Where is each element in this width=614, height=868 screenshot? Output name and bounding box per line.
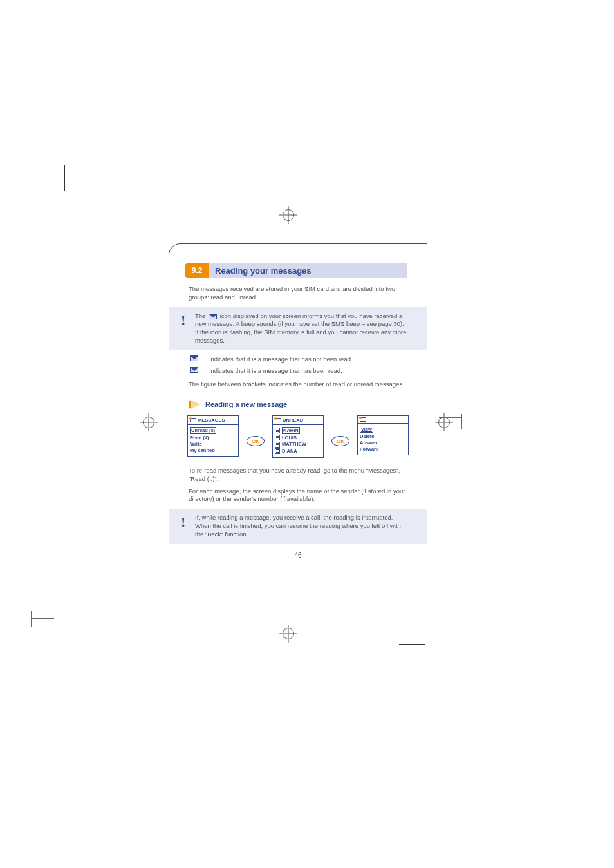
note-text-prefix: The [195, 312, 207, 319]
doc-icon [275, 442, 280, 448]
screen1-item-canned[interactable]: My canned [190, 447, 236, 453]
section-number: 9.2 [185, 263, 209, 278]
screen2-item-matthew[interactable]: MATTHEW [282, 441, 306, 447]
envelope-mini-icon [360, 417, 366, 422]
screen2-title: UNREAD [283, 417, 303, 423]
note2-text: If, while reading a message, you receive… [195, 514, 401, 538]
foot-paragraph-1: To re-read messages that you have alread… [189, 467, 407, 484]
screen-actions: View Delete Answer Forward [357, 415, 409, 455]
subhead-text: Reading a new message [205, 401, 287, 408]
page-number: 46 [169, 552, 427, 559]
triangle-icon-light [191, 400, 200, 409]
intro-text: The messages received are stored in your… [189, 285, 407, 302]
info-note: ! The icon displayed on your screen info… [169, 307, 427, 350]
screen3-item-delete[interactable]: Delete [360, 433, 406, 439]
bracket-note: The figure between brackets indicates th… [189, 381, 407, 389]
doc-icon [275, 435, 280, 440]
note-text-rest: icon displayed on your screen informs yo… [195, 312, 406, 344]
doc-icon [275, 428, 280, 433]
attention-icon: ! [181, 311, 185, 330]
screen3-item-forward[interactable]: Forward [360, 446, 406, 452]
screen-messages: MESSAGES Unread (5) Read (4) Write My ca… [187, 415, 239, 457]
attention-icon: ! [181, 513, 185, 532]
envelope-mini-icon [190, 418, 196, 422]
screen1-item-unread[interactable]: Unread (5) [190, 427, 216, 434]
icon-legend: : indicates that it is a message that ha… [189, 355, 407, 375]
legend-read: : indicates that it is a message that ha… [206, 367, 407, 375]
section-heading: 9.2 Reading your messages [185, 263, 407, 278]
ok-button[interactable]: OK [247, 436, 265, 446]
subheading: Reading a new message [189, 400, 427, 409]
screen2-item-diana[interactable]: DIANA [282, 448, 297, 454]
legend-unread: : indicates that it is a message that ha… [206, 355, 407, 363]
foot-paragraph-2: For each message, the screen displays th… [189, 487, 407, 504]
screen1-item-write[interactable]: Write [190, 440, 236, 447]
envelope-mini-icon [275, 418, 281, 422]
screen-unread: UNREAD KARIN LOUIS MATTHEW DIANA [272, 415, 324, 458]
screen-flow: MESSAGES Unread (5) Read (4) Write My ca… [187, 415, 409, 458]
section-title: Reading your messages [209, 263, 407, 278]
screen1-title: MESSAGES [198, 417, 225, 423]
screen2-item-karin[interactable]: KARIN [282, 427, 300, 434]
ok-button[interactable]: OK [331, 436, 349, 446]
envelope-unread-icon [190, 355, 198, 361]
envelope-read-icon [190, 367, 198, 373]
screen2-item-louis[interactable]: LOUIS [282, 435, 297, 440]
envelope-icon [209, 314, 217, 319]
screen1-item-read[interactable]: Read (4) [190, 434, 236, 440]
doc-icon [275, 448, 280, 454]
screen3-item-view[interactable]: View [360, 426, 373, 433]
info-note-2: ! If, while reading a message, you recei… [169, 509, 427, 543]
manual-page: 9.2 Reading your messages The messages r… [169, 243, 427, 607]
screen3-item-answer[interactable]: Answer [360, 439, 406, 446]
